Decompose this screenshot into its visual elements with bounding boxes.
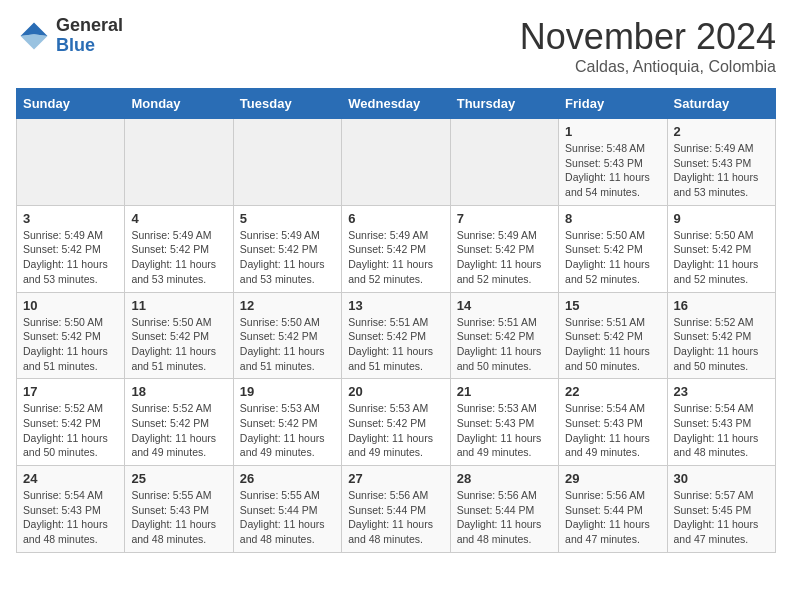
calendar-cell: 2Sunrise: 5:49 AM Sunset: 5:43 PM Daylig…: [667, 119, 775, 206]
day-info: Sunrise: 5:49 AM Sunset: 5:42 PM Dayligh…: [457, 228, 552, 287]
day-info: Sunrise: 5:51 AM Sunset: 5:42 PM Dayligh…: [348, 315, 443, 374]
weekday-header-saturday: Saturday: [667, 89, 775, 119]
day-info: Sunrise: 5:52 AM Sunset: 5:42 PM Dayligh…: [674, 315, 769, 374]
calendar-cell: [342, 119, 450, 206]
calendar-cell: 19Sunrise: 5:53 AM Sunset: 5:42 PM Dayli…: [233, 379, 341, 466]
day-info: Sunrise: 5:50 AM Sunset: 5:42 PM Dayligh…: [240, 315, 335, 374]
calendar-cell: 13Sunrise: 5:51 AM Sunset: 5:42 PM Dayli…: [342, 292, 450, 379]
calendar-header: SundayMondayTuesdayWednesdayThursdayFrid…: [17, 89, 776, 119]
day-info: Sunrise: 5:57 AM Sunset: 5:45 PM Dayligh…: [674, 488, 769, 547]
day-info: Sunrise: 5:56 AM Sunset: 5:44 PM Dayligh…: [348, 488, 443, 547]
calendar-cell: 20Sunrise: 5:53 AM Sunset: 5:42 PM Dayli…: [342, 379, 450, 466]
weekday-header-sunday: Sunday: [17, 89, 125, 119]
day-number: 9: [674, 211, 769, 226]
calendar-cell: 10Sunrise: 5:50 AM Sunset: 5:42 PM Dayli…: [17, 292, 125, 379]
day-info: Sunrise: 5:49 AM Sunset: 5:42 PM Dayligh…: [131, 228, 226, 287]
calendar-cell: 21Sunrise: 5:53 AM Sunset: 5:43 PM Dayli…: [450, 379, 558, 466]
weekday-header-friday: Friday: [559, 89, 667, 119]
logo: General Blue: [16, 16, 123, 56]
weekday-header-wednesday: Wednesday: [342, 89, 450, 119]
day-number: 23: [674, 384, 769, 399]
day-number: 29: [565, 471, 660, 486]
day-info: Sunrise: 5:53 AM Sunset: 5:42 PM Dayligh…: [348, 401, 443, 460]
calendar-cell: 17Sunrise: 5:52 AM Sunset: 5:42 PM Dayli…: [17, 379, 125, 466]
day-number: 11: [131, 298, 226, 313]
day-number: 14: [457, 298, 552, 313]
calendar-cell: 14Sunrise: 5:51 AM Sunset: 5:42 PM Dayli…: [450, 292, 558, 379]
day-number: 8: [565, 211, 660, 226]
calendar-table: SundayMondayTuesdayWednesdayThursdayFrid…: [16, 88, 776, 553]
calendar-cell: 15Sunrise: 5:51 AM Sunset: 5:42 PM Dayli…: [559, 292, 667, 379]
day-number: 20: [348, 384, 443, 399]
calendar-cell: 25Sunrise: 5:55 AM Sunset: 5:43 PM Dayli…: [125, 466, 233, 553]
calendar-cell: 4Sunrise: 5:49 AM Sunset: 5:42 PM Daylig…: [125, 205, 233, 292]
location-subtitle: Caldas, Antioquia, Colombia: [520, 58, 776, 76]
title-block: November 2024 Caldas, Antioquia, Colombi…: [520, 16, 776, 76]
calendar-cell: 27Sunrise: 5:56 AM Sunset: 5:44 PM Dayli…: [342, 466, 450, 553]
day-info: Sunrise: 5:53 AM Sunset: 5:42 PM Dayligh…: [240, 401, 335, 460]
calendar-week-1: 1Sunrise: 5:48 AM Sunset: 5:43 PM Daylig…: [17, 119, 776, 206]
day-number: 10: [23, 298, 118, 313]
day-info: Sunrise: 5:56 AM Sunset: 5:44 PM Dayligh…: [457, 488, 552, 547]
calendar-cell: 9Sunrise: 5:50 AM Sunset: 5:42 PM Daylig…: [667, 205, 775, 292]
day-info: Sunrise: 5:50 AM Sunset: 5:42 PM Dayligh…: [674, 228, 769, 287]
weekday-header-monday: Monday: [125, 89, 233, 119]
day-number: 19: [240, 384, 335, 399]
calendar-cell: 28Sunrise: 5:56 AM Sunset: 5:44 PM Dayli…: [450, 466, 558, 553]
day-number: 24: [23, 471, 118, 486]
day-info: Sunrise: 5:53 AM Sunset: 5:43 PM Dayligh…: [457, 401, 552, 460]
svg-marker-1: [21, 22, 48, 36]
calendar-week-4: 17Sunrise: 5:52 AM Sunset: 5:42 PM Dayli…: [17, 379, 776, 466]
day-info: Sunrise: 5:50 AM Sunset: 5:42 PM Dayligh…: [565, 228, 660, 287]
logo-icon: [16, 18, 52, 54]
calendar-cell: 29Sunrise: 5:56 AM Sunset: 5:44 PM Dayli…: [559, 466, 667, 553]
day-number: 17: [23, 384, 118, 399]
calendar-cell: 5Sunrise: 5:49 AM Sunset: 5:42 PM Daylig…: [233, 205, 341, 292]
day-number: 5: [240, 211, 335, 226]
logo-text: General Blue: [56, 16, 123, 56]
day-info: Sunrise: 5:50 AM Sunset: 5:42 PM Dayligh…: [131, 315, 226, 374]
calendar-cell: [125, 119, 233, 206]
calendar-cell: 23Sunrise: 5:54 AM Sunset: 5:43 PM Dayli…: [667, 379, 775, 466]
calendar-cell: 3Sunrise: 5:49 AM Sunset: 5:42 PM Daylig…: [17, 205, 125, 292]
day-info: Sunrise: 5:55 AM Sunset: 5:43 PM Dayligh…: [131, 488, 226, 547]
svg-marker-2: [21, 34, 48, 49]
calendar-cell: 12Sunrise: 5:50 AM Sunset: 5:42 PM Dayli…: [233, 292, 341, 379]
calendar-cell: 6Sunrise: 5:49 AM Sunset: 5:42 PM Daylig…: [342, 205, 450, 292]
month-year-title: November 2024: [520, 16, 776, 58]
calendar-week-3: 10Sunrise: 5:50 AM Sunset: 5:42 PM Dayli…: [17, 292, 776, 379]
day-info: Sunrise: 5:54 AM Sunset: 5:43 PM Dayligh…: [23, 488, 118, 547]
day-info: Sunrise: 5:49 AM Sunset: 5:42 PM Dayligh…: [348, 228, 443, 287]
day-number: 22: [565, 384, 660, 399]
day-number: 27: [348, 471, 443, 486]
calendar-cell: 1Sunrise: 5:48 AM Sunset: 5:43 PM Daylig…: [559, 119, 667, 206]
day-info: Sunrise: 5:54 AM Sunset: 5:43 PM Dayligh…: [674, 401, 769, 460]
calendar-cell: 11Sunrise: 5:50 AM Sunset: 5:42 PM Dayli…: [125, 292, 233, 379]
calendar-cell: 24Sunrise: 5:54 AM Sunset: 5:43 PM Dayli…: [17, 466, 125, 553]
day-number: 25: [131, 471, 226, 486]
weekday-header-tuesday: Tuesday: [233, 89, 341, 119]
day-number: 18: [131, 384, 226, 399]
calendar-cell: 8Sunrise: 5:50 AM Sunset: 5:42 PM Daylig…: [559, 205, 667, 292]
day-info: Sunrise: 5:49 AM Sunset: 5:43 PM Dayligh…: [674, 141, 769, 200]
day-number: 15: [565, 298, 660, 313]
day-info: Sunrise: 5:48 AM Sunset: 5:43 PM Dayligh…: [565, 141, 660, 200]
day-number: 2: [674, 124, 769, 139]
day-number: 1: [565, 124, 660, 139]
day-number: 6: [348, 211, 443, 226]
page-header: General Blue November 2024 Caldas, Antio…: [16, 16, 776, 76]
day-number: 4: [131, 211, 226, 226]
day-info: Sunrise: 5:56 AM Sunset: 5:44 PM Dayligh…: [565, 488, 660, 547]
calendar-cell: 7Sunrise: 5:49 AM Sunset: 5:42 PM Daylig…: [450, 205, 558, 292]
day-info: Sunrise: 5:55 AM Sunset: 5:44 PM Dayligh…: [240, 488, 335, 547]
day-info: Sunrise: 5:52 AM Sunset: 5:42 PM Dayligh…: [131, 401, 226, 460]
day-number: 3: [23, 211, 118, 226]
day-number: 28: [457, 471, 552, 486]
day-info: Sunrise: 5:50 AM Sunset: 5:42 PM Dayligh…: [23, 315, 118, 374]
day-number: 26: [240, 471, 335, 486]
day-number: 30: [674, 471, 769, 486]
calendar-cell: [17, 119, 125, 206]
weekday-row: SundayMondayTuesdayWednesdayThursdayFrid…: [17, 89, 776, 119]
calendar-week-5: 24Sunrise: 5:54 AM Sunset: 5:43 PM Dayli…: [17, 466, 776, 553]
day-info: Sunrise: 5:49 AM Sunset: 5:42 PM Dayligh…: [23, 228, 118, 287]
